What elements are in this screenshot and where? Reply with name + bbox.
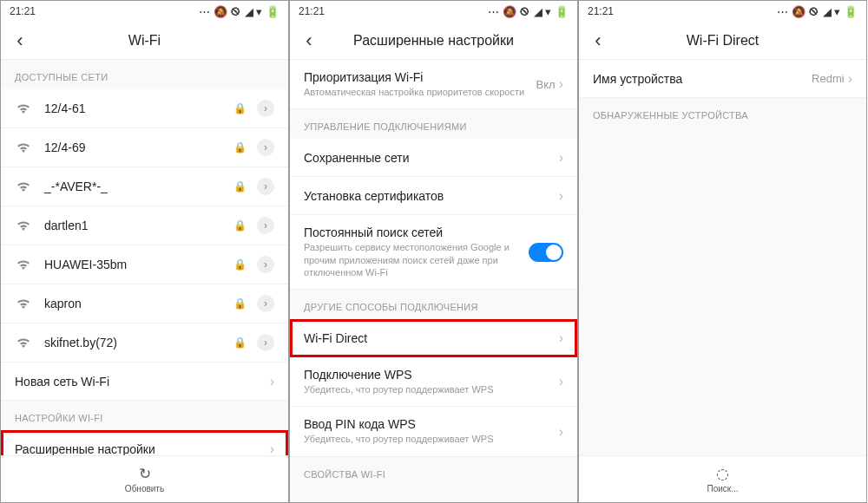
priority-value: Вкл	[536, 78, 556, 91]
wifi-icon	[15, 336, 32, 350]
wps-pin-title: Ввод PIN кода WPS	[304, 417, 556, 431]
network-name: kapron	[44, 297, 233, 310]
status-time: 21:21	[588, 5, 614, 17]
section-available-networks: ДОСТУПНЫЕ СЕТИ	[1, 60, 288, 89]
section-other-methods: ДРУГИЕ СПОСОБЫ ПОДКЛЮЧЕНИЯ	[290, 290, 577, 319]
network-row[interactable]: 12/4-69 🔒 ›	[1, 128, 288, 167]
status-bar: 21:21 ⋯ 🔕 🛇 ◢ ▾ 🔋	[290, 1, 577, 22]
chevron-icon: ›	[257, 256, 274, 273]
status-icons: ⋯ 🔕 🛇 ◢ ▾ 🔋	[488, 5, 569, 18]
section-wifi-settings: НАСТРОЙКИ WI-FI	[1, 401, 288, 430]
wifi-direct-label: Wi-Fi Direct	[304, 331, 556, 345]
chevron-icon: ›	[559, 188, 563, 204]
wifi-icon	[15, 101, 32, 116]
chevron-icon: ›	[257, 295, 274, 312]
content: Приоритизация Wi-Fi Автоматическая настр…	[290, 60, 577, 502]
section-discovered-devices: ОБНАРУЖЕННЫЕ УСТРОЙСТВА	[579, 98, 866, 127]
device-name-value: Redmi	[812, 72, 845, 85]
wps-sub: Убедитесь, что роутер поддерживает WPS	[304, 383, 556, 395]
new-network-label: Новая сеть Wi-Fi	[15, 375, 266, 389]
lock-icon: 🔒	[233, 219, 247, 232]
lock-icon: 🔒	[233, 297, 247, 310]
lock-icon: 🔒	[233, 141, 247, 154]
chevron-icon: ›	[270, 441, 274, 456]
network-name: 12/4-69	[44, 140, 233, 154]
network-row[interactable]: HUAWEI-35bm 🔒 ›	[1, 245, 288, 284]
status-time: 21:21	[10, 5, 36, 17]
wps-title: Подключение WPS	[304, 368, 556, 382]
network-row[interactable]: _-*AVER*-_ 🔒 ›	[1, 167, 288, 206]
status-icons: ⋯ 🔕 🛇 ◢ ▾ 🔋	[777, 5, 858, 18]
install-certs-row[interactable]: Установка сертификатов ›	[290, 177, 577, 215]
search-icon: ◌	[716, 465, 729, 483]
wifi-icon	[15, 258, 32, 272]
wps-pin-row[interactable]: Ввод PIN кода WPS Убедитесь, что роутер …	[290, 407, 577, 456]
content: ДОСТУПНЫЕ СЕТИ 12/4-61 🔒 › 12/4-69 🔒 › _…	[1, 60, 288, 455]
wifi-icon	[15, 180, 32, 194]
lock-icon: 🔒	[233, 102, 247, 114]
install-certs-label: Установка сертификатов	[304, 189, 556, 203]
new-network-row[interactable]: Новая сеть Wi-Fi ›	[1, 363, 288, 401]
saved-networks-row[interactable]: Сохраненные сети ›	[290, 139, 577, 177]
status-bar: 21:21 ⋯ 🔕 🛇 ◢ ▾ 🔋	[1, 1, 288, 22]
wps-row[interactable]: Подключение WPS Убедитесь, что роутер по…	[290, 357, 577, 407]
chevron-icon: ›	[257, 217, 274, 234]
page-title: Расширенные настройки	[290, 33, 577, 49]
always-scan-row[interactable]: Постоянный поиск сетей Разрешить сервису…	[290, 215, 577, 290]
chevron-icon: ›	[559, 424, 563, 440]
section-connection-management: УПРАВЛЕНИЕ ПОДКЛЮЧЕНИЯМИ	[290, 109, 577, 139]
wifi-direct-row[interactable]: Wi-Fi Direct ›	[290, 319, 577, 357]
page-title: Wi-Fi	[1, 33, 288, 49]
phone-screen-2: 21:21 ⋯ 🔕 🛇 ◢ ▾ 🔋 ‹ Расширенные настройк…	[289, 0, 578, 503]
network-row[interactable]: kapron 🔒 ›	[1, 284, 288, 323]
header: ‹ Wi-Fi Direct	[579, 22, 866, 60]
network-row[interactable]: skifnet.by(72) 🔒 ›	[1, 323, 288, 363]
header: ‹ Расширенные настройки	[290, 22, 577, 60]
wifi-priority-row[interactable]: Приоритизация Wi-Fi Автоматическая настр…	[290, 60, 577, 109]
chevron-icon: ›	[559, 374, 563, 389]
device-name-row[interactable]: Имя устройства Redmi ›	[579, 60, 866, 98]
chevron-icon: ›	[559, 330, 563, 346]
priority-sub: Автоматическая настройка приоритетов ско…	[304, 86, 536, 98]
phone-screen-1: 21:21 ⋯ 🔕 🛇 ◢ ▾ 🔋 ‹ Wi-Fi ДОСТУПНЫЕ СЕТИ…	[0, 0, 289, 503]
chevron-icon: ›	[559, 76, 563, 92]
chevron-icon: ›	[257, 139, 274, 156]
wps-pin-sub: Убедитесь, что роутер поддерживает WPS	[304, 433, 556, 445]
chevron-icon: ›	[257, 100, 274, 117]
footer-refresh[interactable]: ↻ Обновить	[1, 455, 288, 502]
content: Имя устройства Redmi › ОБНАРУЖЕННЫЕ УСТР…	[579, 60, 866, 455]
lock-icon: 🔒	[233, 336, 247, 349]
scan-sub: Разрешить сервису местоположения Google …	[304, 241, 529, 278]
back-button[interactable]: ‹	[579, 22, 617, 60]
chevron-icon: ›	[559, 150, 563, 166]
network-row[interactable]: 12/4-61 🔒 ›	[1, 89, 288, 128]
network-name: skifnet.by(72)	[44, 336, 233, 349]
chevron-icon: ›	[270, 374, 274, 389]
section-wifi-props: СВОЙСТВА WI-FI	[290, 457, 577, 487]
network-row[interactable]: dartlen1 🔒 ›	[1, 206, 288, 245]
chevron-icon: ›	[257, 178, 274, 195]
saved-networks-label: Сохраненные сети	[304, 151, 556, 165]
back-button[interactable]: ‹	[290, 22, 328, 60]
scan-title: Постоянный поиск сетей	[304, 225, 529, 239]
status-time: 21:21	[299, 5, 325, 17]
lock-icon: 🔒	[233, 258, 247, 271]
footer-label: Поиск...	[707, 484, 738, 493]
chevron-icon: ›	[848, 71, 852, 87]
network-name: HUAWEI-35bm	[44, 258, 233, 271]
back-button[interactable]: ‹	[1, 22, 39, 60]
refresh-icon: ↻	[139, 465, 151, 483]
network-name: _-*AVER*-_	[44, 180, 233, 193]
wifi-icon	[15, 297, 32, 311]
footer-label: Обновить	[125, 484, 164, 493]
wifi-icon	[15, 219, 32, 233]
scan-toggle[interactable]	[529, 243, 563, 262]
wifi-icon	[15, 140, 32, 155]
status-icons: ⋯ 🔕 🛇 ◢ ▾ 🔋	[199, 5, 279, 18]
network-name: dartlen1	[44, 219, 233, 232]
status-bar: 21:21 ⋯ 🔕 🛇 ◢ ▾ 🔋	[579, 1, 866, 22]
footer-search[interactable]: ◌ Поиск...	[579, 455, 866, 502]
advanced-settings-row[interactable]: Расширенные настройки ›	[1, 430, 288, 455]
lock-icon: 🔒	[233, 180, 247, 193]
chevron-icon: ›	[257, 334, 274, 351]
